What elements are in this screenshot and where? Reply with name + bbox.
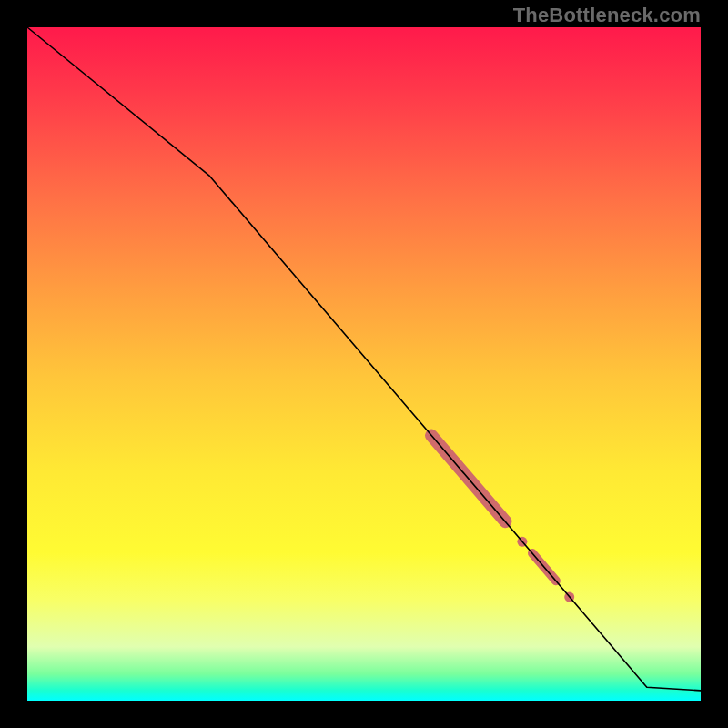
chart-svg	[27, 27, 701, 701]
curve-line	[27, 27, 701, 691]
chart-stage: TheBottleneck.com	[0, 0, 728, 728]
plot-area	[27, 27, 701, 701]
watermark-text: TheBottleneck.com	[513, 4, 701, 27]
